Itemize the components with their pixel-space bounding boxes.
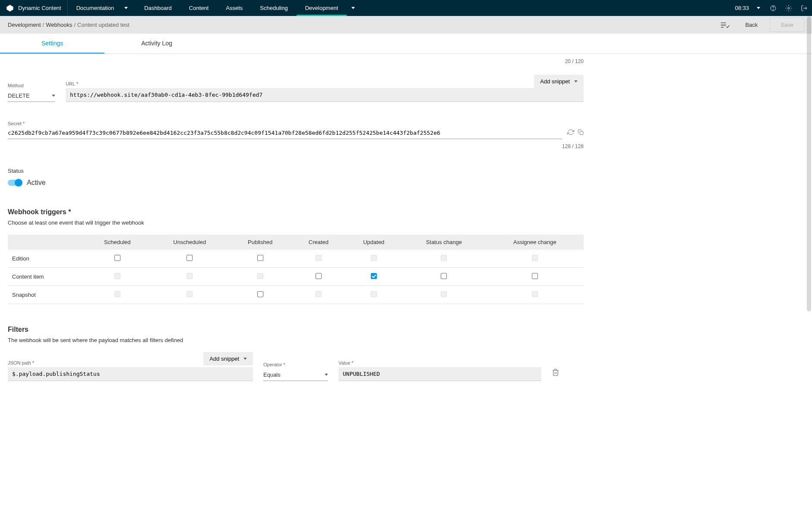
url-row: Method DELETE URL * Add snippet — [8, 75, 584, 102]
triggers-heading: Webhook triggers * — [8, 208, 584, 216]
trigger-checkbox — [186, 291, 193, 297]
nav-right: 08:33 — [730, 0, 812, 16]
trigger-checkbox — [257, 273, 263, 279]
tab-settings[interactable]: Settings — [0, 34, 104, 54]
status-section: Status Active — [8, 167, 584, 187]
trigger-checkbox[interactable] — [441, 273, 447, 279]
secret-actions — [567, 129, 584, 137]
trigger-checkbox[interactable] — [257, 255, 263, 261]
url-input[interactable] — [66, 88, 584, 102]
nav-dashboard[interactable]: Dashboard — [136, 0, 180, 16]
method-field: Method DELETE — [8, 83, 55, 102]
method-select[interactable]: DELETE — [8, 90, 55, 102]
trigger-checkbox[interactable] — [532, 273, 538, 279]
page-tabs: Settings Activity Log — [0, 34, 812, 54]
table-row: Edition — [8, 250, 584, 268]
breadcrumb-separator: / — [74, 22, 76, 28]
chevron-down-icon — [351, 7, 355, 9]
nav-scheduling[interactable]: Scheduling — [251, 0, 296, 16]
trigger-row-label: Edition — [8, 250, 84, 268]
help-button[interactable] — [765, 0, 781, 16]
chevron-down-icon — [325, 374, 328, 376]
delete-filter-button[interactable] — [552, 368, 559, 378]
nav-development[interactable]: Development — [297, 0, 347, 16]
trigger-checkbox — [441, 291, 447, 297]
triggers-col-blank — [8, 235, 84, 250]
method-value: DELETE — [8, 92, 30, 99]
status-label: Status — [8, 168, 24, 174]
trigger-checkbox — [114, 273, 120, 279]
table-row: Snapshot — [8, 286, 584, 304]
documentation-dropdown[interactable]: Documentation — [68, 0, 136, 16]
breadcrumb: Development / Webhooks / Content updated… — [8, 22, 130, 28]
triggers-col-updated: Updated — [345, 235, 402, 250]
regenerate-secret-button[interactable] — [567, 129, 574, 137]
trigger-checkbox — [316, 291, 322, 297]
chevron-down-icon — [52, 95, 55, 97]
logout-button[interactable] — [796, 0, 812, 16]
nav-content[interactable]: Content — [180, 0, 218, 16]
brand-name: Dynamic Content — [18, 5, 61, 11]
url-field: URL * Add snippet — [66, 75, 584, 102]
brand: Dynamic Content — [0, 0, 68, 16]
jsonpath-input[interactable] — [8, 367, 253, 381]
save-button: Save — [770, 18, 804, 32]
svg-point-2 — [788, 7, 790, 9]
triggers-col-scheduled: Scheduled — [84, 235, 151, 250]
trigger-checkbox — [532, 255, 538, 261]
trash-icon — [552, 368, 559, 377]
trigger-checkbox[interactable] — [257, 291, 263, 297]
chevron-down-icon — [757, 7, 760, 9]
help-icon — [770, 5, 777, 12]
nav-assets[interactable]: Assets — [217, 0, 251, 16]
toggle-knob — [15, 179, 22, 187]
breadcrumb-separator: / — [43, 22, 44, 28]
operator-select[interactable]: Equals — [263, 369, 328, 381]
trigger-checkbox — [114, 291, 120, 297]
value-input[interactable] — [338, 367, 541, 381]
content: 20 / 120 Method DELETE URL * Add snippet… — [0, 58, 591, 398]
scrollbar-thumb[interactable] — [807, 16, 811, 311]
url-char-counter: 20 / 120 — [8, 58, 584, 64]
copy-secret-button[interactable] — [578, 129, 584, 137]
triggers-col-assignee-change: Assignee change — [486, 235, 584, 250]
breadcrumb-parent[interactable]: Webhooks — [46, 22, 72, 28]
chevron-down-icon — [574, 80, 578, 83]
secret-char-counter: 128 / 128 — [8, 143, 584, 149]
triggers-sub: Choose at least one event that will trig… — [8, 219, 584, 226]
trigger-checkbox — [441, 255, 447, 261]
back-button[interactable]: Back — [738, 18, 765, 32]
secret-input[interactable] — [8, 127, 562, 139]
value-field: Value * — [338, 360, 541, 381]
triggers-col-unscheduled: Unscheduled — [151, 235, 229, 250]
trigger-checkbox[interactable] — [186, 255, 193, 261]
svg-point-1 — [773, 9, 773, 10]
trigger-row-label: Snapshot — [8, 286, 84, 304]
documentation-label: Documentation — [76, 5, 114, 11]
filters-heading: Filters — [8, 326, 584, 333]
add-snippet-button[interactable]: Add snippet — [534, 75, 584, 88]
breadcrumb-root[interactable]: Development — [8, 22, 41, 28]
trigger-checkbox[interactable] — [316, 273, 322, 279]
list-check-button[interactable] — [717, 17, 733, 33]
chevron-down-icon — [124, 7, 128, 9]
top-nav: Dynamic Content Documentation Dashboard … — [0, 0, 812, 16]
settings-button[interactable] — [781, 0, 796, 16]
filters-sub: The webhook will be sent where the paylo… — [8, 337, 584, 343]
trigger-checkbox — [532, 291, 538, 297]
status-toggle[interactable] — [8, 180, 22, 186]
method-label: Method — [8, 83, 55, 88]
trigger-checkbox[interactable] — [114, 255, 120, 261]
scrollbar[interactable] — [807, 16, 811, 398]
jsonpath-label: JSON path * — [8, 360, 34, 365]
nav-more-dropdown[interactable] — [347, 0, 360, 16]
gear-icon — [785, 5, 792, 12]
time-value: 08:33 — [735, 5, 749, 11]
trigger-checkbox — [371, 291, 377, 297]
filter-row: JSON path * Add snippet Operator * Equal… — [8, 352, 584, 381]
time-dropdown[interactable]: 08:33 — [730, 5, 765, 11]
tab-activity-log[interactable]: Activity Log — [104, 34, 209, 54]
add-snippet-filter-button[interactable]: Add snippet — [203, 352, 253, 365]
refresh-icon — [567, 129, 574, 136]
trigger-checkbox[interactable] — [371, 273, 377, 279]
